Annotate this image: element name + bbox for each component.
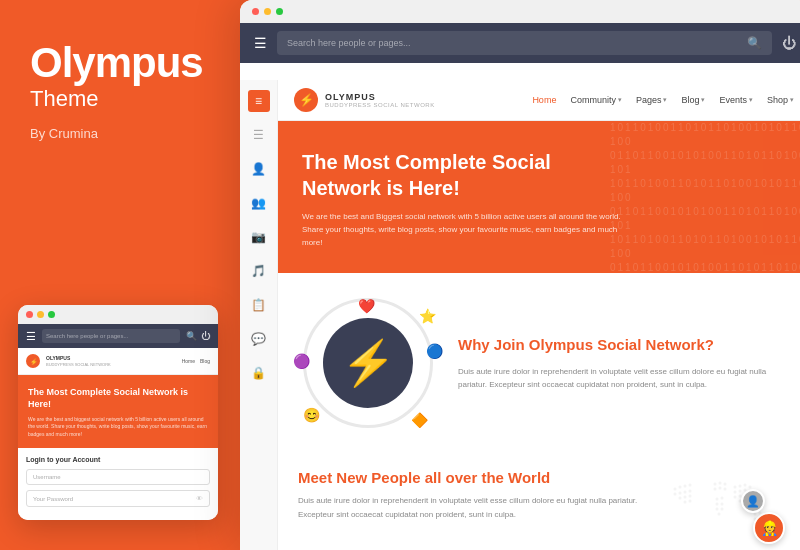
small-username-field[interactable]: Username bbox=[26, 469, 210, 485]
nav-home[interactable]: Home bbox=[532, 95, 556, 105]
middle-section: ⚡ ❤️ ⭐ 😊 🔶 🔵 🟣 Why Join Olympus Social N… bbox=[278, 273, 800, 453]
svg-point-10 bbox=[689, 495, 692, 498]
svg-point-18 bbox=[724, 488, 727, 491]
svg-point-25 bbox=[718, 513, 721, 516]
svg-point-14 bbox=[719, 482, 722, 485]
nav-blog[interactable]: Blog ▾ bbox=[681, 95, 705, 105]
float-purple: 🟣 bbox=[293, 353, 310, 369]
large-mockup: ☰ Search here people or pages... 🔍 ⏻ ≡ ☰… bbox=[240, 0, 800, 550]
svg-point-27 bbox=[739, 485, 742, 488]
chevron-blog: ▾ bbox=[701, 96, 705, 104]
world-map: 👷 👤 bbox=[660, 469, 790, 549]
svg-point-34 bbox=[734, 496, 737, 499]
sidebar-icon-photos[interactable]: 📷 bbox=[248, 226, 270, 248]
dot-green bbox=[48, 311, 55, 318]
small-nav-icons: 🔍 ⏻ bbox=[186, 331, 210, 341]
small-nav-bar: ☰ Search here people or pages... 🔍 ⏻ bbox=[18, 324, 218, 348]
search-placeholder: Search here people or pages... bbox=[287, 38, 411, 48]
svg-point-24 bbox=[721, 508, 724, 511]
large-sidebar: ≡ ☰ 👤 👥 📷 🎵 📋 💬 🔒 bbox=[240, 80, 278, 550]
large-titlebar bbox=[240, 0, 800, 23]
svg-point-8 bbox=[679, 497, 682, 500]
chevron-community: ▾ bbox=[618, 96, 622, 104]
hero-title: The Most Complete Social Network is Here… bbox=[302, 149, 582, 201]
svg-point-16 bbox=[714, 488, 717, 491]
sidebar-icon-lock[interactable]: 🔒 bbox=[248, 362, 270, 384]
hero-pattern: 10110100110101101001010110100 0110110010… bbox=[610, 121, 800, 273]
site-logo: ⚡ OLYMPUS BUDDYPRESS SOCIAL NETWORK bbox=[294, 88, 435, 112]
small-logo-text: OLYMPUS BUDDYPRESS SOCIAL NETWORK bbox=[46, 355, 111, 367]
svg-point-20 bbox=[721, 497, 724, 500]
svg-point-5 bbox=[679, 492, 682, 495]
small-hamburger-icon[interactable]: ☰ bbox=[26, 330, 36, 343]
sidebar-icon-people[interactable]: 👥 bbox=[248, 192, 270, 214]
svg-point-15 bbox=[724, 483, 727, 486]
svg-point-1 bbox=[679, 486, 682, 489]
nav-community[interactable]: Community ▾ bbox=[570, 95, 622, 105]
svg-point-13 bbox=[714, 483, 717, 486]
outer-circle: ⚡ bbox=[303, 298, 433, 428]
svg-point-6 bbox=[684, 491, 687, 494]
large-nav-bar: ☰ Search here people or pages... 🔍 ⏻ bbox=[240, 23, 800, 63]
small-logo-circle: ⚡ bbox=[26, 354, 40, 368]
brand-by: By Crumina bbox=[30, 126, 220, 141]
why-join-section: Why Join Olympus Social Network? Duis au… bbox=[458, 335, 790, 392]
brand-subtitle: Theme bbox=[30, 86, 220, 112]
search-bar[interactable]: Search here people or pages... 🔍 bbox=[277, 31, 772, 55]
large-dot-green bbox=[276, 8, 283, 15]
dot-red bbox=[26, 311, 33, 318]
small-login-section: Login to your Account Username Your Pass… bbox=[18, 448, 218, 520]
logo-circle: ⚡ bbox=[294, 88, 318, 112]
sidebar-icon-profile[interactable]: 👤 bbox=[248, 158, 270, 180]
float-smile: 😊 bbox=[303, 407, 320, 423]
float-circle-orange: 🔶 bbox=[411, 412, 428, 428]
svg-point-22 bbox=[721, 503, 724, 506]
svg-point-0 bbox=[674, 488, 677, 491]
power-icon[interactable]: ⏻ bbox=[782, 35, 796, 51]
svg-point-7 bbox=[689, 490, 692, 493]
sidebar-icon-home[interactable]: ≡ bbox=[248, 90, 270, 112]
sidebar-icon-messages[interactable]: 💬 bbox=[248, 328, 270, 350]
hero-description: We are the best and Biggest social netwo… bbox=[302, 211, 622, 249]
large-dot-red bbox=[252, 8, 259, 15]
brand-title: Olympus bbox=[30, 40, 220, 86]
site-header: ⚡ OLYMPUS BUDDYPRESS SOCIAL NETWORK Home… bbox=[278, 80, 800, 121]
hamburger-icon[interactable]: ☰ bbox=[254, 35, 267, 51]
svg-point-30 bbox=[734, 491, 737, 494]
meet-title: Meet New People all over the World bbox=[298, 469, 640, 486]
small-mockup: ☰ Search here people or pages... 🔍 ⏻ ⚡ O… bbox=[18, 305, 218, 520]
search-icon[interactable]: 🔍 bbox=[747, 36, 762, 50]
svg-point-21 bbox=[716, 503, 719, 506]
svg-point-31 bbox=[739, 490, 742, 493]
meet-section: Meet New People all over the World Duis … bbox=[278, 453, 800, 550]
svg-point-39 bbox=[754, 513, 757, 516]
large-content: ⚡ OLYMPUS BUDDYPRESS SOCIAL NETWORK Home… bbox=[278, 80, 800, 550]
small-site-header: ⚡ OLYMPUS BUDDYPRESS SOCIAL NETWORK Home… bbox=[18, 348, 218, 375]
dot-yellow bbox=[37, 311, 44, 318]
small-titlebar bbox=[18, 305, 218, 324]
why-join-title: Why Join Olympus Social Network? bbox=[458, 335, 790, 355]
meet-description: Duis aute irure dolor in reprehenderit i… bbox=[298, 494, 640, 521]
chevron-pages: ▾ bbox=[663, 96, 667, 104]
meet-text: Meet New People all over the World Duis … bbox=[298, 469, 640, 521]
sidebar-icon-music[interactable]: 🎵 bbox=[248, 260, 270, 282]
nav-shop[interactable]: Shop ▾ bbox=[767, 95, 794, 105]
small-search-bar[interactable]: Search here people or pages... bbox=[42, 329, 180, 343]
nav-pages[interactable]: Pages ▾ bbox=[636, 95, 668, 105]
svg-point-19 bbox=[716, 498, 719, 501]
svg-point-17 bbox=[719, 487, 722, 490]
logo-text-block: OLYMPUS BUDDYPRESS SOCIAL NETWORK bbox=[325, 92, 435, 108]
small-search-placeholder: Search here people or pages... bbox=[46, 333, 128, 339]
chevron-events: ▾ bbox=[749, 96, 753, 104]
small-power-icon[interactable]: ⏻ bbox=[201, 331, 210, 341]
lightning-graphic: ⚡ ❤️ ⭐ 😊 🔶 🔵 🟣 bbox=[298, 293, 438, 433]
sidebar-icon-menu[interactable]: ☰ bbox=[248, 124, 270, 146]
small-password-field[interactable]: Your Password 👁 bbox=[26, 490, 210, 507]
small-search-icon[interactable]: 🔍 bbox=[186, 331, 197, 341]
svg-point-28 bbox=[744, 484, 747, 487]
small-eye-icon[interactable]: 👁 bbox=[196, 495, 203, 502]
nav-events[interactable]: Events ▾ bbox=[719, 95, 753, 105]
sidebar-icon-docs[interactable]: 📋 bbox=[248, 294, 270, 316]
site-nav: Home Community ▾ Pages ▾ Blog ▾ Events ▾… bbox=[532, 95, 794, 105]
large-dot-yellow bbox=[264, 8, 271, 15]
